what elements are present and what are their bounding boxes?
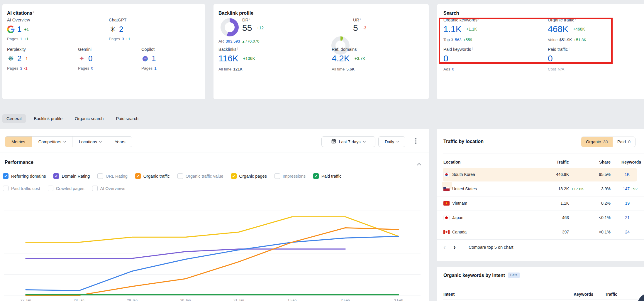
- prev-page-icon[interactable]: ‹: [443, 244, 446, 251]
- backlink-profile-title: Backlink profile: [218, 11, 253, 16]
- paid-keywords-value[interactable]: 0: [443, 53, 448, 63]
- paid-traffic-value[interactable]: 0: [548, 53, 553, 63]
- checkbox-organic-traffic[interactable]: Organic traffic: [135, 173, 170, 179]
- search-title: Search: [443, 11, 459, 16]
- perplexity-value[interactable]: 2: [17, 54, 21, 63]
- checkbox-url-rating[interactable]: URL Rating: [97, 173, 127, 179]
- tab-backlink-profile[interactable]: Backlink profile: [30, 114, 67, 123]
- ai-citations-title: AI citations: [7, 11, 34, 16]
- next-page-icon[interactable]: ›: [453, 244, 456, 251]
- checkbox-organic-pages[interactable]: Organic pages: [231, 173, 267, 179]
- table-row-united-states[interactable]: United States 18.2K +17.8K 3.9% 147 +92: [437, 182, 644, 196]
- info-icon[interactable]: [575, 18, 576, 21]
- chart-line-domain-rating: [26, 249, 345, 258]
- section-tabs: General Backlink profile Organic search …: [2, 114, 143, 123]
- copilot-value[interactable]: 1: [152, 54, 156, 63]
- checkbox-icon: [53, 173, 59, 179]
- metric-perplexity: Perplexity ❋ 2 -1 Pages3-1: [7, 47, 29, 70]
- checkbox-icon: [97, 173, 103, 179]
- checkbox-icon: [177, 173, 183, 179]
- date-range-button[interactable]: Last 7 days: [321, 136, 375, 147]
- info-icon[interactable]: [33, 11, 34, 14]
- table-row-canada[interactable]: ✱ Canada 397 <0.1% 24: [437, 225, 644, 240]
- ref-domains-value[interactable]: 4.2K: [332, 53, 350, 63]
- gemini-icon: ✦: [78, 55, 86, 63]
- traffic-by-location-title: Traffic by location: [443, 139, 484, 144]
- triangle-up-icon: ▲: [242, 40, 245, 43]
- info-icon[interactable]: [478, 18, 479, 21]
- tab-general[interactable]: General: [2, 114, 26, 123]
- chatgpt-value[interactable]: 2: [119, 25, 123, 34]
- chevron-down-icon: [396, 140, 399, 143]
- flag-south-korea-icon: [443, 172, 450, 177]
- checkbox-icon: [231, 173, 237, 179]
- chevron-down-icon: [363, 140, 366, 143]
- ai-overview-change: +1: [24, 27, 29, 32]
- ai-overview-value[interactable]: 1: [17, 25, 21, 34]
- search-card: Search Organic keywords 1.1K+1.1K Top 35…: [437, 4, 644, 99]
- collapse-chevron-icon[interactable]: [418, 162, 421, 168]
- checkbox-crawled-pages[interactable]: Crawled pages: [48, 186, 84, 191]
- toggle-organic[interactable]: Organic30: [581, 137, 613, 147]
- info-icon[interactable]: [357, 47, 358, 50]
- info-icon[interactable]: [249, 18, 250, 21]
- flag-canada-icon: ✱: [443, 230, 450, 234]
- x-axis-tick-label: 27 Jan: [21, 298, 31, 301]
- checkbox-icon: [313, 173, 319, 179]
- performance-line-chart: [0, 192, 429, 298]
- table-row-japan[interactable]: Japan 463 <0.1% 21: [437, 211, 644, 225]
- checkbox-ai-overviews[interactable]: AI Overviews: [92, 186, 125, 191]
- organic-keywords-change: +1.1K: [466, 27, 477, 31]
- checkbox-organic-traffic-value[interactable]: Organic traffic value: [177, 173, 223, 179]
- ar-value[interactable]: 393,593: [226, 39, 240, 43]
- divider: [443, 154, 644, 154]
- google-g-icon: [7, 26, 15, 33]
- more-options-icon[interactable]: [413, 138, 419, 144]
- info-icon[interactable]: [360, 18, 361, 21]
- location-pagination: ‹ › Compare top 5 on chart: [443, 244, 513, 251]
- segment-competitors[interactable]: Competitors: [32, 137, 72, 147]
- tab-paid-search[interactable]: Paid search: [112, 114, 143, 123]
- x-axis-tick-label: 29 Jan: [127, 298, 138, 301]
- keywords-by-intent-title: Organic keywords by intentBeta: [443, 273, 520, 278]
- info-icon[interactable]: [569, 47, 569, 50]
- info-icon[interactable]: [237, 47, 238, 50]
- segment-locations[interactable]: Locations: [72, 137, 108, 147]
- checkbox-paid-traffic-cost[interactable]: Paid traffic cost: [3, 186, 40, 191]
- granularity-button[interactable]: Daily: [378, 136, 405, 147]
- organic-paid-toggle: Organic30 Paid0: [581, 137, 635, 147]
- flag-vietnam-icon: ★: [443, 201, 450, 206]
- checkbox-referring-domains[interactable]: Referring domains: [3, 173, 46, 179]
- checkbox-icon: [3, 173, 9, 179]
- divider: [443, 300, 644, 300]
- metric-ai-overview: AI Overview 1 +1 Pages1+1: [7, 18, 30, 41]
- location-table-header: Location Traffic Share Keywords: [437, 157, 644, 167]
- table-row-vietnam[interactable]: ★ Vietnam 1.1K 0.2% 19: [437, 196, 644, 211]
- segment-metrics[interactable]: Metrics: [5, 137, 32, 147]
- chevron-down-icon: [99, 140, 102, 143]
- x-axis-tick-label: 2 Feb: [341, 298, 350, 301]
- location-table-body: South Korea 446.9K 95.5% 1K United State…: [437, 168, 644, 240]
- backlinks-value[interactable]: 116K: [218, 53, 238, 63]
- gemini-value[interactable]: 0: [88, 54, 92, 63]
- organic-traffic-value[interactable]: 468K: [548, 24, 568, 34]
- filter-segmented-control: Metrics Competitors Locations Years: [5, 136, 132, 147]
- metric-organic-keywords: Organic keywords 1.1K+1.1K Top 3563+559: [443, 18, 479, 42]
- metric-paid-traffic: Paid traffic 0 CostN/A: [548, 47, 569, 71]
- checkbox-icon: [135, 173, 141, 179]
- organic-keywords-value[interactable]: 1.1K: [443, 24, 462, 34]
- segment-years[interactable]: Years: [108, 137, 132, 147]
- table-row-south-korea[interactable]: South Korea 446.9K 95.5% 1K: [437, 168, 644, 182]
- dr-change: +12: [257, 26, 264, 30]
- flag-japan-icon: [443, 216, 450, 220]
- metric-copilot: Copilot 1 Pages1: [141, 47, 158, 70]
- toggle-paid[interactable]: Paid0: [613, 137, 635, 147]
- checkbox-impressions[interactable]: Impressions: [274, 173, 306, 179]
- tab-organic-search[interactable]: Organic search: [71, 114, 108, 123]
- checkbox-paid-traffic[interactable]: Paid traffic: [313, 173, 341, 179]
- performance-title: Performance: [5, 160, 33, 165]
- compare-top5-label[interactable]: Compare top 5 on chart: [469, 245, 513, 250]
- checkbox-domain-rating[interactable]: Domain Rating: [53, 173, 90, 179]
- metric-gemini: Gemini ✦ 0 Pages0: [78, 47, 95, 70]
- info-icon[interactable]: [472, 47, 472, 50]
